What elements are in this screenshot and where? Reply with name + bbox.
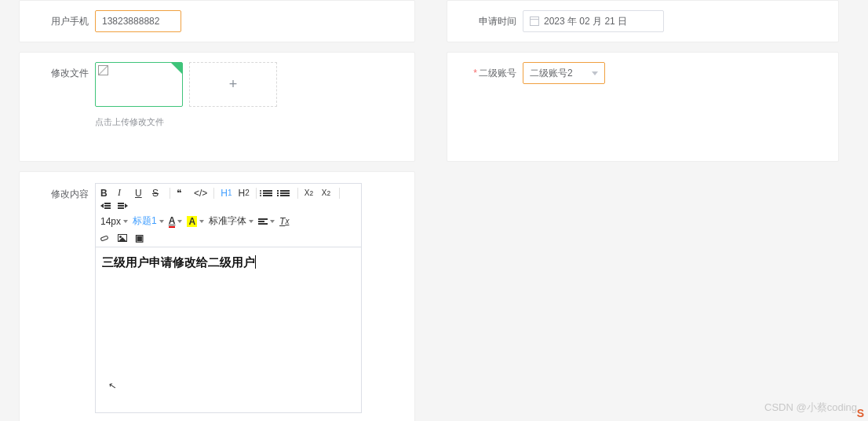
chevron-down-icon <box>592 71 598 75</box>
toolbar-separator <box>170 188 170 199</box>
toolbar-separator <box>256 188 257 199</box>
image-icon <box>118 234 127 242</box>
chevron-down-icon <box>270 220 275 223</box>
upload-add-button[interactable]: + <box>189 62 277 107</box>
input-user-phone[interactable] <box>95 10 181 32</box>
label-modify-file: 修改文件 <box>27 62 89 80</box>
chevron-down-icon <box>249 220 253 223</box>
link-icon <box>100 235 108 241</box>
strikethrough-button[interactable]: S <box>152 188 163 199</box>
rich-text-editor: B I U S ❝ </> H1 H2 <box>95 183 362 413</box>
superscript-button[interactable]: X2 <box>322 189 333 197</box>
editor-content[interactable]: 三级用户申请修改给二级用户 <box>96 247 361 412</box>
toolbar-separator <box>339 188 340 199</box>
panel-modify-content: 修改内容 B I U S ❝ </> <box>19 171 415 421</box>
indent-button[interactable] <box>118 202 129 210</box>
corner-logo-fragment: S <box>857 407 865 419</box>
bullet-list-button[interactable] <box>263 189 274 197</box>
panel-secondary-account: *二级账号 二级账号2 <box>447 52 839 162</box>
plus-icon: + <box>229 76 238 93</box>
date-picker[interactable]: 2023 年 02 月 21 日 <box>523 10 664 32</box>
code-button[interactable]: </> <box>194 188 207 199</box>
upload-tip: 点击上传修改文件 <box>95 116 407 128</box>
align-icon <box>258 218 268 225</box>
outdent-icon <box>100 202 111 210</box>
bold-block-button[interactable]: ▣ <box>135 232 146 243</box>
chevron-down-icon <box>123 220 128 223</box>
panel-modify-file: 修改文件 + 点击上传修改文件 <box>19 52 415 162</box>
indent-icon <box>118 202 128 210</box>
upload-success-corner-icon <box>171 63 182 74</box>
h2-button[interactable]: H2 <box>239 188 250 199</box>
secondary-account-select[interactable]: 二级账号2 <box>523 62 605 84</box>
underline-button[interactable]: U <box>135 188 146 199</box>
label-modify-content: 修改内容 <box>27 183 89 201</box>
bold-button[interactable]: B <box>100 188 111 199</box>
chevron-down-icon <box>159 220 164 223</box>
italic-button[interactable]: I <box>118 187 129 199</box>
label-user-phone: 用户手机 <box>27 10 89 28</box>
watermark: CSDN @小蔡coding <box>764 401 857 415</box>
calendar-icon <box>530 16 539 26</box>
panel-user-phone: 用户手机 <box>19 0 415 42</box>
panel-apply-time: 申请时间 2023 年 02 月 21 日 <box>447 0 839 42</box>
date-value: 2023 年 02 月 21 日 <box>544 15 627 28</box>
outdent-button[interactable] <box>100 202 111 210</box>
ordered-list-button[interactable] <box>280 189 291 197</box>
h1-button[interactable]: H1 <box>221 188 232 199</box>
label-secondary-account: *二级账号 <box>455 62 516 80</box>
bullet-list-icon <box>263 189 272 197</box>
bg-color-button[interactable]: A <box>187 216 204 227</box>
subscript-button[interactable]: X2 <box>305 189 315 197</box>
upload-thumbnail[interactable] <box>95 62 183 107</box>
heading-select[interactable]: 标题1 <box>133 214 164 228</box>
toolbar-separator <box>213 188 214 199</box>
font-size-select[interactable]: 14px <box>100 216 128 227</box>
chevron-down-icon <box>199 220 204 223</box>
font-color-button[interactable]: A <box>169 215 183 228</box>
select-value: 二级账号2 <box>530 67 573 80</box>
ordered-list-icon <box>280 189 290 197</box>
blockquote-button[interactable]: ❝ <box>177 188 188 199</box>
image-button[interactable] <box>118 234 129 242</box>
toolbar-separator <box>297 188 298 199</box>
font-family-select[interactable]: 标准字体 <box>209 214 253 228</box>
align-button[interactable] <box>258 218 275 225</box>
label-apply-time: 申请时间 <box>455 10 516 28</box>
clear-format-button[interactable]: Tx <box>279 216 290 227</box>
link-button[interactable] <box>100 236 111 240</box>
editor-toolbar: B I U S ❝ </> H1 H2 <box>96 184 361 247</box>
chevron-down-icon <box>177 220 182 223</box>
broken-image-icon <box>98 65 108 75</box>
